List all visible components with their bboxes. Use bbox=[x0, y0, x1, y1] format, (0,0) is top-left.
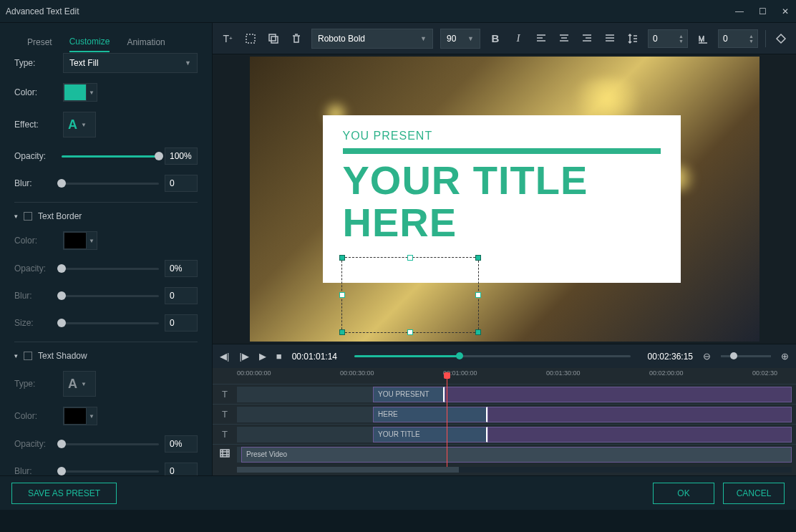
clip[interactable] bbox=[487, 407, 792, 422]
line-spacing-input[interactable]: 0 ▲▼ bbox=[648, 29, 688, 48]
shadow-blur-value[interactable]: 0 bbox=[165, 463, 198, 475]
down-arrow-icon[interactable]: ▼ bbox=[749, 39, 757, 44]
zoom-in-icon[interactable]: ⊕ bbox=[781, 351, 789, 362]
prev-frame-icon[interactable]: ◀| bbox=[220, 351, 229, 362]
border-size-value[interactable]: 0 bbox=[165, 314, 198, 332]
font-select[interactable]: Roboto Bold ▼ bbox=[311, 29, 433, 49]
underline-rule bbox=[343, 148, 661, 154]
shadow-opacity-slider[interactable] bbox=[62, 443, 159, 445]
left-panel: Preset Customize Animation Type: Text Fi… bbox=[0, 23, 213, 475]
right-panel: T+ Roboto Bold ▼ 90 ▼ B I bbox=[213, 23, 796, 475]
fill-color-picker[interactable]: ▼ bbox=[63, 83, 97, 102]
preset-video-clip[interactable]: Preset Video bbox=[241, 447, 792, 463]
clip[interactable] bbox=[445, 387, 792, 402]
ruler-tick: 00:00:00:00 bbox=[237, 369, 271, 377]
tab-animation[interactable]: Animation bbox=[127, 33, 165, 52]
border-color-label: Color: bbox=[14, 236, 56, 246]
track-body[interactable]: YOU PRESENT bbox=[237, 387, 792, 402]
font-size-value: 90 bbox=[447, 34, 456, 44]
border-size-label: Size: bbox=[14, 318, 56, 328]
minimize-button[interactable]: — bbox=[734, 6, 744, 16]
up-arrow-icon[interactable]: ▲ bbox=[679, 34, 687, 39]
save-preset-button[interactable]: SAVE AS PRESET bbox=[11, 483, 117, 504]
line-spacing-icon[interactable] bbox=[625, 31, 641, 47]
blur-value[interactable]: 0 bbox=[165, 175, 198, 192]
text-border-header[interactable]: ▾ Text Border bbox=[14, 211, 198, 221]
text-shadow-header[interactable]: ▾ Text Shadow bbox=[14, 351, 198, 361]
text-track-icon: T bbox=[213, 409, 237, 420]
playback-bar: ◀| |▶ ▶ ■ 00:01:01:14 00:02:36:15 ⊖ ⊕ bbox=[213, 344, 796, 368]
timeline: 00:00:00:00 00:00:30:00 00:01:00:00 00:0… bbox=[213, 368, 796, 475]
play-icon[interactable]: ▶ bbox=[259, 351, 266, 362]
stop-icon[interactable]: ■ bbox=[276, 351, 282, 362]
next-frame-icon[interactable]: |▶ bbox=[239, 351, 248, 362]
char-spacing-icon[interactable] bbox=[695, 31, 711, 47]
align-left-icon[interactable] bbox=[533, 31, 549, 47]
ruler-tick: 00:01:30:00 bbox=[546, 369, 581, 377]
border-size-slider[interactable] bbox=[62, 322, 159, 324]
opacity-slider[interactable] bbox=[62, 155, 159, 158]
border-color-picker[interactable]: ▼ bbox=[63, 231, 97, 250]
char-spacing-input[interactable]: 0 ▲▼ bbox=[718, 29, 758, 48]
down-arrow-icon[interactable]: ▼ bbox=[679, 39, 687, 44]
svg-rect-1 bbox=[269, 34, 276, 41]
clip-head[interactable]: YOUR TITLE bbox=[373, 427, 487, 442]
progress-bar[interactable] bbox=[354, 355, 631, 357]
total-timecode: 00:02:36:15 bbox=[648, 352, 693, 362]
track-body[interactable]: YOUR TITLE bbox=[237, 427, 792, 442]
add-text-icon[interactable]: T+ bbox=[220, 31, 236, 47]
track-body[interactable]: Preset Video bbox=[237, 447, 792, 463]
zoom-out-icon[interactable]: ⊖ bbox=[703, 351, 711, 362]
border-blur-slider[interactable] bbox=[62, 295, 159, 297]
font-size-select[interactable]: 90 ▼ bbox=[440, 29, 480, 49]
cancel-button[interactable]: CANCEL bbox=[723, 483, 785, 504]
selection-box[interactable] bbox=[341, 257, 479, 333]
select-all-icon[interactable] bbox=[243, 31, 258, 47]
effect-picker[interactable]: A ▼ bbox=[63, 112, 96, 137]
title-line1: YOUR TITLE bbox=[343, 158, 588, 203]
divider bbox=[14, 202, 198, 203]
close-button[interactable]: ✕ bbox=[780, 6, 790, 16]
maximize-button[interactable]: ☐ bbox=[757, 6, 767, 16]
font-value: Roboto Bold bbox=[318, 34, 365, 44]
blur-label: Blur: bbox=[14, 178, 56, 188]
clip-head[interactable]: HERE bbox=[373, 407, 487, 422]
border-checkbox[interactable] bbox=[24, 212, 32, 221]
up-arrow-icon[interactable]: ▲ bbox=[749, 34, 757, 39]
ruler-tick: 00:00:30:00 bbox=[340, 369, 374, 377]
text-track-icon: T bbox=[213, 389, 237, 400]
border-opacity-slider[interactable] bbox=[62, 268, 159, 270]
duplicate-icon[interactable] bbox=[266, 31, 281, 47]
type-select[interactable]: Text Fill ▼ bbox=[63, 53, 198, 73]
keyframe-icon[interactable] bbox=[773, 31, 789, 47]
bold-button[interactable]: B bbox=[487, 31, 503, 47]
clip-head[interactable]: YOU PRESENT bbox=[373, 387, 445, 402]
shadow-blur-slider[interactable] bbox=[62, 470, 159, 473]
shadow-opacity-value[interactable]: 0% bbox=[165, 435, 198, 453]
tab-customize[interactable]: Customize bbox=[69, 32, 110, 52]
shadow-type-picker[interactable]: A ▼ bbox=[63, 371, 96, 397]
shadow-color-picker[interactable]: ▼ bbox=[63, 407, 97, 425]
video-preview[interactable]: YOU PRESENT YOUR TITLE HERE bbox=[250, 57, 759, 342]
color-swatch bbox=[64, 407, 87, 425]
shadow-type-label: Type: bbox=[14, 379, 56, 389]
horizontal-scrollbar[interactable] bbox=[237, 467, 792, 473]
align-justify-icon[interactable] bbox=[602, 31, 618, 47]
tab-preset[interactable]: Preset bbox=[27, 33, 52, 52]
italic-button[interactable]: I bbox=[510, 31, 526, 47]
time-ruler[interactable]: 00:00:00:00 00:00:30:00 00:01:00:00 00:0… bbox=[213, 368, 796, 384]
shadow-checkbox[interactable] bbox=[24, 352, 32, 360]
border-opacity-value[interactable]: 0% bbox=[165, 260, 198, 277]
blur-slider[interactable] bbox=[62, 183, 159, 185]
chevron-down-icon: ▼ bbox=[79, 122, 89, 128]
clip[interactable] bbox=[487, 427, 792, 442]
svg-rect-0 bbox=[246, 34, 255, 43]
border-blur-value[interactable]: 0 bbox=[165, 287, 198, 304]
playhead[interactable] bbox=[447, 372, 447, 473]
align-center-icon[interactable] bbox=[556, 31, 572, 47]
track-body[interactable]: HERE bbox=[237, 407, 792, 422]
align-right-icon[interactable] bbox=[579, 31, 595, 47]
ok-button[interactable]: OK bbox=[653, 483, 714, 504]
opacity-value[interactable]: 100% bbox=[165, 147, 198, 165]
delete-icon[interactable] bbox=[288, 31, 304, 47]
